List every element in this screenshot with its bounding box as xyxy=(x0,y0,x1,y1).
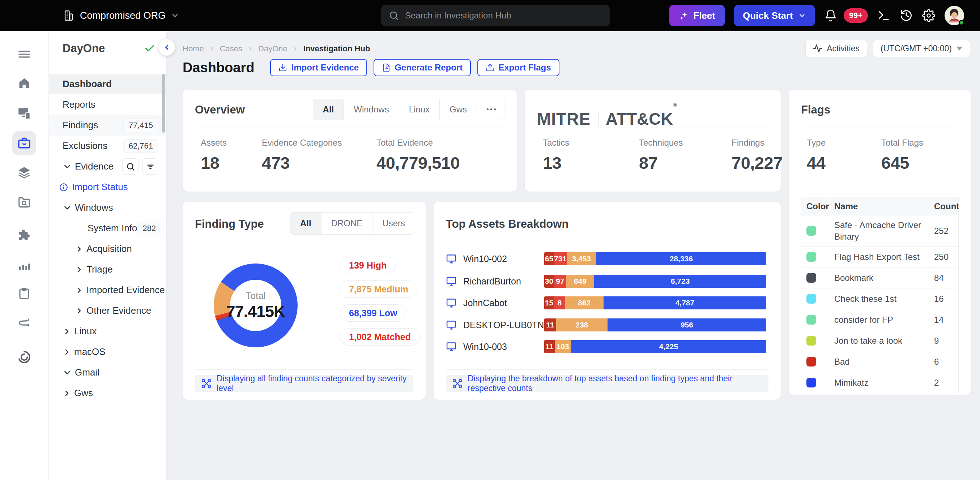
asset-name[interactable]: JohnCabot xyxy=(463,298,507,308)
sidebar-item-imported-evidence[interactable]: Imported Evidence xyxy=(49,280,166,300)
flag-row[interactable]: Jon to take a look9 xyxy=(801,331,958,351)
asset-stacked-bar: 657313,45328,336 xyxy=(544,252,766,265)
user-avatar[interactable] xyxy=(945,6,964,25)
info-icon xyxy=(59,183,68,192)
flag-name: consider for FP xyxy=(834,310,897,329)
assets-devices-icon[interactable] xyxy=(18,106,31,120)
tab-all[interactable]: All xyxy=(290,213,321,234)
tab-linux[interactable]: Linux xyxy=(399,99,439,120)
sidebar-item-linux[interactable]: Linux xyxy=(49,321,166,342)
notification-count-badge[interactable]: 99+ xyxy=(844,8,868,23)
export-flags-button[interactable]: Export Flags xyxy=(477,59,559,76)
evidence-layers-icon[interactable] xyxy=(18,166,31,180)
evidence-filter-button[interactable] xyxy=(142,158,158,175)
flag-row[interactable]: Bad6 xyxy=(801,351,958,372)
tab-drone[interactable]: DRONE xyxy=(321,213,372,234)
history-button[interactable] xyxy=(900,9,913,22)
flag-row[interactable]: Safe - Amcache Driver Binary252 xyxy=(801,215,958,246)
case-briefcase-icon[interactable] xyxy=(18,136,31,150)
tab-users[interactable]: Users xyxy=(372,213,415,234)
search-input[interactable] xyxy=(405,11,603,21)
chevron-down-icon xyxy=(62,162,72,171)
asset-name[interactable]: Win10-002 xyxy=(463,254,507,264)
tab-windows[interactable]: Windows xyxy=(344,99,399,120)
drone-icon xyxy=(201,378,212,389)
breadcrumb-case[interactable]: DayOne xyxy=(258,44,288,54)
flag-count: 250 xyxy=(929,246,958,267)
monitor-icon xyxy=(446,253,457,264)
legend-pill-high[interactable]: 139 High xyxy=(340,257,396,274)
breadcrumb-cases[interactable]: Cases xyxy=(220,44,242,54)
sidebar-item-gmail[interactable]: Gmail xyxy=(49,362,166,383)
evidence-search-button[interactable] xyxy=(122,158,138,175)
home-icon[interactable] xyxy=(18,76,31,90)
sidebar-item-exclusions[interactable]: Exclusions62,761 xyxy=(49,135,166,156)
chevron-right-icon xyxy=(75,245,84,253)
sidebar-item-dashboard[interactable]: Dashboard xyxy=(49,74,166,94)
flag-row[interactable]: Check these 1st16 xyxy=(801,288,958,309)
flag-type-value: 44 xyxy=(807,153,826,173)
chevron-down-icon xyxy=(798,11,806,19)
sidebar-item-windows[interactable]: Windows xyxy=(49,197,166,218)
statistics-bars-icon[interactable] xyxy=(18,258,31,272)
tasks-clipboard-icon[interactable] xyxy=(18,287,31,300)
legend-pill-matched[interactable]: 1,002 Matched xyxy=(340,328,420,345)
sidebar-item-import-status[interactable]: Import Status xyxy=(49,177,166,197)
monitor-icon xyxy=(446,319,457,331)
sidebar-tree: DashboardReportsFindings77,415Exclusions… xyxy=(49,74,166,404)
sidebar-collapse-button[interactable] xyxy=(158,39,175,56)
timezone-selector[interactable]: (UTC/GMT +00:00) xyxy=(873,40,970,57)
more-tabs-button[interactable] xyxy=(477,99,506,120)
finding-count-segment: 15 xyxy=(544,296,554,309)
sidebar-scrollbar-thumb[interactable] xyxy=(162,74,165,133)
sidebar-item-label: System Info xyxy=(88,223,137,234)
sidebar-item-evidence[interactable]: Evidence xyxy=(49,156,166,177)
logo-separator xyxy=(598,111,598,127)
tab-gws[interactable]: Gws xyxy=(439,99,477,120)
integrations-puzzle-icon[interactable] xyxy=(18,229,31,243)
activities-button[interactable]: Activities xyxy=(805,40,867,57)
import-evidence-button[interactable]: Import Evidence xyxy=(270,59,367,76)
console-button[interactable] xyxy=(877,9,890,22)
drone-hub-logo-icon[interactable] xyxy=(17,350,32,364)
sidebar-item-macos[interactable]: macOS xyxy=(49,342,166,362)
flag-row[interactable]: consider for FP14 xyxy=(801,309,958,331)
asset-name[interactable]: DESKTOP-LUB0TNN xyxy=(463,320,550,331)
sidebar-item-triage[interactable]: Triage xyxy=(49,259,166,280)
sidebar-item-reports[interactable]: Reports xyxy=(49,94,166,115)
sidebar-item-gws[interactable]: Gws xyxy=(49,383,166,404)
sidebar-item-other-evidence[interactable]: Other Evidence xyxy=(49,300,166,321)
org-selector[interactable]: Compromised ORG xyxy=(62,0,179,31)
top-assets-note: Displaying the breakdown of top assets b… xyxy=(446,375,768,392)
flow-route-icon[interactable] xyxy=(18,316,31,329)
sidebar-item-findings[interactable]: Findings77,415 xyxy=(49,115,166,135)
asset-row-johncabot: JohnCabot1588624,787 xyxy=(446,295,766,311)
icon-rail xyxy=(0,31,49,480)
sidebar-item-acquisition[interactable]: Acquisition xyxy=(49,238,166,259)
sidebar-item-label: Imported Evidence xyxy=(86,285,165,296)
asset-name[interactable]: RichardBurton xyxy=(463,276,521,287)
divider xyxy=(195,369,413,370)
quick-start-button[interactable]: Quick Start xyxy=(734,5,815,26)
flag-count: 9 xyxy=(929,331,958,351)
generate-report-button[interactable]: Generate Report xyxy=(374,59,471,76)
flag-row[interactable]: Flag Hash Export Test250 xyxy=(801,246,958,267)
legend-pill-medium[interactable]: 7,875 Medium xyxy=(340,280,417,298)
finding-count-segment: 4,787 xyxy=(603,296,766,309)
breadcrumb-home[interactable]: Home xyxy=(183,44,204,54)
folder-search-icon[interactable] xyxy=(18,195,31,209)
sidebar-item-system-info[interactable]: System Info282 xyxy=(49,218,166,238)
flag-row[interactable]: Mimikatz2 xyxy=(801,372,958,393)
finding-count-segment: 238 xyxy=(556,318,608,331)
hamburger-menu-icon[interactable] xyxy=(18,47,31,61)
flag-row[interactable]: Bookmark84 xyxy=(801,267,958,288)
tab-all[interactable]: All xyxy=(313,99,344,120)
notifications-button[interactable] xyxy=(824,9,837,22)
flag-name: Mimikatz xyxy=(834,374,872,392)
settings-button[interactable] xyxy=(922,9,935,22)
sidebar-item-label: Dashboard xyxy=(62,78,112,90)
legend-pill-low[interactable]: 68,399 Low xyxy=(340,304,406,322)
finding-count-segment: 97 xyxy=(554,275,566,288)
fleet-button[interactable]: Fleet xyxy=(669,5,725,26)
asset-name[interactable]: Win10-003 xyxy=(463,342,507,352)
